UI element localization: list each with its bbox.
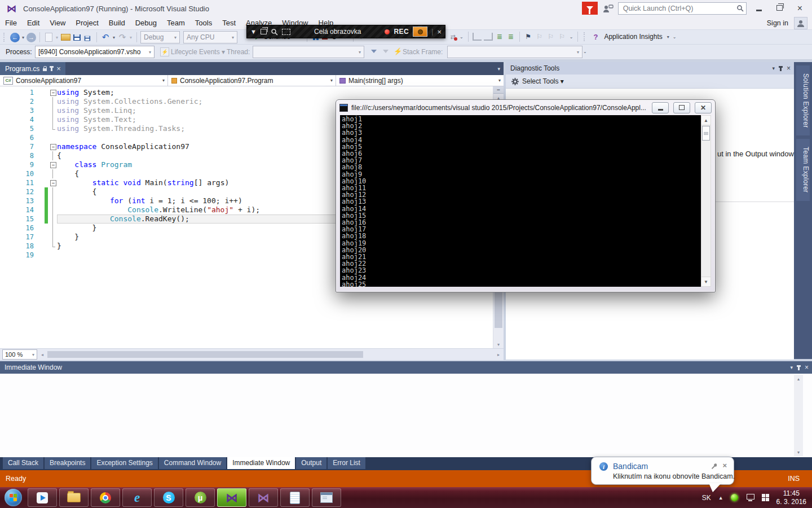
menu-team[interactable]: Team (162, 17, 190, 29)
thread-filter-icon[interactable] (371, 50, 377, 53)
menu-tools[interactable]: Tools (190, 17, 217, 29)
console-maximize-button[interactable] (673, 102, 690, 113)
redo-icon[interactable]: ↷ (117, 32, 127, 42)
undo-dropdown-icon[interactable]: ▾ (112, 35, 116, 40)
zoom-level-select[interactable]: 100 %▾ (2, 349, 37, 360)
toolbar-drag-handle[interactable] (3, 33, 7, 42)
line-structure-icon[interactable] (483, 32, 493, 42)
menu-edit[interactable]: Edit (22, 17, 45, 29)
collapse-toggle-icon[interactable]: − (50, 162, 56, 168)
window-position-dropdown-icon[interactable]: ▾ (772, 65, 775, 71)
breadcrumb-method[interactable]: Main(string[] args) ▾ (336, 75, 504, 86)
settings-wrench-icon[interactable] (710, 463, 717, 469)
menu-test[interactable]: Test (217, 17, 241, 29)
panel-tab-output[interactable]: Output (296, 457, 326, 469)
taskbar-windows-media-player[interactable] (28, 488, 57, 507)
close-button[interactable]: × (792, 2, 807, 15)
menu-build[interactable]: Build (104, 17, 130, 29)
network-icon[interactable] (745, 494, 754, 501)
feedback-button[interactable] (582, 2, 598, 15)
navigate-backward-icon[interactable]: ← (10, 33, 20, 42)
start-button[interactable] (5, 489, 22, 506)
screenshot-camera-icon[interactable] (413, 27, 427, 37)
minimize-button[interactable] (751, 3, 767, 14)
panel-tab-exception-settings[interactable]: Exception Settings (91, 457, 157, 469)
sign-in-link[interactable]: Sign in (767, 19, 788, 27)
immediate-window-title-bar[interactable]: Immediate Window ▾ × (0, 361, 812, 374)
quick-launch-input[interactable] (618, 2, 747, 15)
solution-configuration-select[interactable]: Debug▾ (140, 31, 180, 43)
lifecycle-events-button[interactable]: Lifecycle Events ▾ (171, 48, 225, 56)
save-icon[interactable] (72, 32, 82, 42)
console-title-bar[interactable]: file:///c:/users/neymar/documents/visual… (336, 100, 715, 115)
scroll-left-icon[interactable]: ◂ (38, 350, 46, 359)
get-windows-10-icon[interactable] (762, 494, 769, 501)
toolbar-overflow-icon[interactable]: ⌄ (458, 34, 465, 40)
new-file-icon[interactable] (43, 32, 54, 42)
collapse-toggle-icon[interactable]: − (50, 144, 56, 150)
side-tab-solution-explorer[interactable]: Solution Explorer (796, 65, 810, 135)
restore-button[interactable] (771, 3, 788, 14)
close-panel-icon[interactable]: × (805, 364, 809, 371)
redo-dropdown-icon[interactable]: ▾ (129, 35, 133, 40)
navigate-forward-icon[interactable]: → (27, 33, 36, 42)
toolbar-overflow-icon[interactable]: ⌄ (582, 49, 588, 54)
taskbar-visual-studio[interactable]: ⋈ (249, 488, 278, 507)
avatar[interactable] (794, 17, 807, 29)
document-list-dropdown-icon[interactable]: ▾ (497, 66, 500, 72)
close-notification-icon[interactable]: × (722, 461, 727, 470)
previous-bookmark-icon[interactable]: ⚐ (535, 32, 545, 42)
clock[interactable]: 11:45 6. 3. 2016 (776, 489, 806, 506)
scroll-down-icon[interactable]: ▾ (794, 448, 803, 456)
diagnostic-tools-title-bar[interactable]: Diagnostic Tools ▾ × (506, 62, 794, 75)
toolbar-drag-handle[interactable] (584, 32, 587, 41)
toolbar-overflow-icon[interactable]: ⌄ (672, 34, 678, 40)
bandicam-recording-bar[interactable]: ▼ Celá obrazovka REC | × (246, 25, 445, 38)
panel-tab-error-list[interactable]: Error List (328, 457, 365, 469)
taskbar-notepad[interactable] (280, 488, 310, 507)
toggle-flagged-icon[interactable]: ⚡ (394, 47, 402, 55)
taskbar-google-chrome[interactable] (91, 488, 120, 507)
show-hidden-icons-icon[interactable]: ▲ (718, 495, 723, 501)
menu-debug[interactable]: Debug (130, 17, 162, 29)
console-window[interactable]: file:///c:/users/neymar/documents/visual… (336, 99, 716, 292)
rec-menu-dropdown-icon[interactable]: ▼ (250, 28, 257, 35)
stack-frame-select[interactable]: ▾ (447, 46, 582, 58)
pin-icon[interactable] (798, 365, 800, 370)
panel-tab-breakpoints[interactable]: Breakpoints (45, 457, 90, 469)
breadcrumb-class[interactable]: ConsoleApplication97.Program ▾ (168, 75, 336, 86)
collapse-toggle-icon[interactable]: − (50, 180, 56, 186)
save-all-icon[interactable] (83, 32, 93, 42)
collapse-toggle-icon[interactable]: − (50, 90, 56, 96)
solution-platform-select[interactable]: Any CPU▾ (183, 31, 237, 43)
clear-bookmarks-icon[interactable]: ⚐ (557, 32, 567, 42)
immediate-window-content[interactable]: ▴ ▾ (0, 374, 812, 457)
console-minimize-button[interactable] (652, 102, 669, 113)
open-file-icon[interactable] (60, 32, 70, 42)
thread-select[interactable]: ▾ (253, 46, 364, 58)
toolbar-overflow-icon[interactable]: ⌄ (568, 34, 575, 40)
select-tools-button[interactable]: Select Tools ▾ (522, 77, 564, 85)
decrease-indent-icon[interactable]: ≣ (495, 32, 505, 42)
pin-icon[interactable] (780, 66, 782, 71)
panel-tab-immediate-window[interactable]: Immediate Window (227, 457, 295, 469)
scroll-down-icon[interactable]: ▼ (701, 277, 710, 286)
toggle-bookmark-icon[interactable]: ⚑ (523, 32, 533, 42)
navigate-backward-dropdown-icon[interactable]: ▾ (21, 35, 25, 40)
scrollbar-thumb[interactable] (47, 351, 363, 358)
editor-horizontal-scrollbar[interactable]: ◂ ▸ (38, 350, 502, 359)
scroll-up-icon[interactable]: ▲ (701, 116, 710, 125)
menu-file[interactable]: File (0, 17, 22, 29)
undo-icon[interactable]: ↶ (100, 32, 111, 42)
taskbar-internet-explorer[interactable]: e (122, 488, 152, 507)
taskbar-system-app[interactable] (312, 488, 341, 507)
flagged-threads-filter-icon[interactable] (383, 50, 389, 53)
close-tab-icon[interactable]: × (56, 65, 61, 72)
pin-icon[interactable] (51, 66, 52, 71)
tab-program-cs[interactable]: Program.cs × (0, 62, 65, 75)
scroll-down-icon[interactable]: ▾ (493, 340, 504, 348)
window-position-dropdown-icon[interactable]: ▾ (790, 365, 793, 370)
close-rec-bar-icon[interactable]: × (437, 28, 442, 36)
menu-view[interactable]: View (45, 17, 70, 29)
application-insights-label[interactable]: Application Insights (604, 33, 662, 41)
